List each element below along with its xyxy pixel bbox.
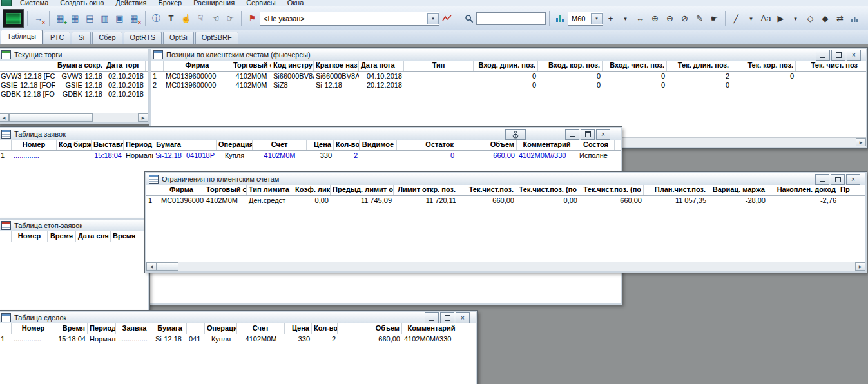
scroll-right-icon[interactable]: ▶	[855, 262, 865, 271]
graph-button[interactable]	[439, 11, 454, 26]
column-header[interactable]: Дата сня	[76, 231, 111, 242]
column-header[interactable]: Торговый с	[231, 61, 271, 71]
minimize-button[interactable]	[565, 129, 579, 140]
search-button[interactable]	[461, 11, 476, 26]
close-button[interactable]: ×	[846, 174, 860, 185]
table-row[interactable]: 1..............15:18:04Нормаль..........…	[0, 334, 476, 343]
column-header[interactable]: Тек.чист.поз. (по	[516, 185, 579, 195]
column-header[interactable]: Фирма	[159, 185, 204, 195]
point-left-button[interactable]: ☜	[208, 11, 223, 26]
chevron-down-icon[interactable]: ▼	[591, 13, 603, 24]
point-right-button[interactable]: ☞	[223, 11, 238, 26]
column-header[interactable]: Видимое	[360, 140, 397, 150]
column-header[interactable]: Дата пога	[359, 61, 404, 71]
table-row[interactable]: GSIE-12.18 [FORGSIE-12.1802.10.2018	[0, 81, 148, 90]
hand-tool-button[interactable]: ☛	[707, 11, 722, 26]
shape-tool-button[interactable]: ◇	[803, 11, 818, 26]
quotes-window-button[interactable]: ▦	[68, 11, 82, 26]
move-tool-button[interactable]: ↔	[633, 11, 648, 26]
window-titlebar[interactable]: Позиции по клиентским счетам (фьючерсы) …	[151, 49, 866, 61]
column-header[interactable]: Дата торг	[104, 61, 146, 71]
minimize-button[interactable]	[816, 50, 830, 61]
column-header[interactable]: Торговый с	[204, 185, 247, 195]
info-button[interactable]: ⓘ	[149, 11, 164, 26]
column-header[interactable]: Кол-во	[334, 140, 360, 150]
column-header[interactable]: Тек. длин. поз.	[667, 61, 731, 71]
timeframe-combobox[interactable]: M60 ▼	[568, 12, 603, 26]
column-header[interactable]	[187, 323, 205, 334]
orders-window-button[interactable]: ▥	[97, 11, 112, 26]
play-options-button[interactable]: ▾	[788, 11, 803, 26]
column-header[interactable]: Период	[124, 140, 153, 150]
column-header[interactable]: Вход. длин. поз.	[474, 61, 538, 71]
column-header[interactable]: Состоя	[577, 140, 615, 150]
minimize-button[interactable]	[425, 312, 439, 323]
chart-window-button[interactable]: ▤	[82, 11, 97, 26]
window-titlebar[interactable]: Текущие торги	[0, 49, 148, 61]
tab-sber[interactable]: Сбер	[92, 32, 122, 44]
column-header[interactable]: Время	[111, 231, 146, 242]
column-header[interactable]: Фирма	[164, 61, 231, 71]
window-titlebar[interactable]: Таблица сделок ×	[0, 312, 476, 324]
horizontal-scrollbar[interactable]: ◀ ▶	[0, 113, 148, 122]
tab-optrts[interactable]: OptRTS	[124, 32, 162, 44]
vote-down-button[interactable]: ☟	[193, 11, 208, 26]
tab-optsbrf[interactable]: OptSBRF	[195, 32, 238, 44]
column-header[interactable]	[146, 185, 159, 195]
column-header[interactable]: План.чист.поз.	[644, 185, 708, 195]
column-header[interactable]	[0, 231, 12, 242]
column-header[interactable]: Кол-во	[312, 323, 338, 334]
column-header[interactable]: Вариац. маржа	[708, 185, 767, 195]
tab-rts[interactable]: РТС	[44, 32, 71, 44]
column-header[interactable]: Операция	[205, 323, 237, 334]
column-header[interactable]: Комментарий	[517, 140, 577, 150]
scrollbar-thumb[interactable]	[157, 262, 178, 271]
vote-up-button[interactable]: ☝	[178, 11, 193, 26]
new-window-button[interactable]: ▦+	[53, 11, 68, 26]
close-button[interactable]: ×	[456, 312, 470, 323]
column-header[interactable]: Счет	[253, 140, 307, 150]
chevron-down-icon[interactable]: ▼	[427, 13, 439, 24]
column-header[interactable]: Бумага сокр.	[55, 61, 104, 71]
column-header[interactable]: Цена	[307, 140, 334, 150]
maximize-button[interactable]	[831, 50, 845, 61]
column-header[interactable]	[184, 140, 217, 150]
zoom-out-button[interactable]: ⊖	[662, 11, 677, 26]
add-options-button[interactable]: ▾	[618, 11, 633, 26]
column-header[interactable]: Код инстру	[271, 61, 314, 71]
column-header[interactable]: Коэф. ликв	[293, 185, 331, 195]
window-titlebar[interactable]: Ограничения по клиентским счетам ×	[146, 173, 865, 186]
column-header[interactable]: Вход. чист. поз.	[603, 61, 667, 71]
text-tool-button[interactable]: T	[164, 11, 178, 26]
table-row[interactable]: GVW3-12.18 [FCGVW3-12.1802.10.2018	[0, 72, 148, 81]
maximize-button[interactable]	[831, 174, 845, 185]
table-row[interactable]: 2MC01396000004102M0MSiZ8Si-12.1820.12.20…	[151, 81, 866, 90]
indicator-button[interactable]	[847, 11, 862, 26]
column-header[interactable]: Счет	[237, 323, 285, 334]
disconnect-button[interactable]: →×	[31, 11, 46, 26]
column-header[interactable]: Пр	[838, 185, 856, 195]
column-header[interactable]: Объем	[338, 323, 402, 334]
horizontal-scrollbar[interactable]: ◀ ▶	[146, 262, 865, 271]
line-options-button[interactable]: ▾	[744, 11, 758, 26]
column-header[interactable]: Тип	[404, 61, 474, 71]
edit-tool-button[interactable]: ✎	[692, 11, 707, 26]
scroll-right-icon[interactable]: ▶	[138, 113, 148, 122]
maximize-button[interactable]	[440, 312, 454, 323]
font-tool-button[interactable]: Aa	[758, 11, 773, 26]
column-header[interactable]: Выставл	[92, 140, 124, 150]
messages-window-button[interactable]: ▣	[112, 11, 127, 26]
column-header[interactable]: Тип лимита	[247, 185, 293, 195]
column-header[interactable]: Бумага	[153, 323, 187, 334]
column-header[interactable]	[0, 140, 12, 150]
marker-tool-button[interactable]: ◆	[818, 11, 833, 26]
search-input[interactable]	[476, 12, 546, 25]
column-header[interactable]: Операция	[217, 140, 253, 150]
table-row[interactable]: 1MC01396000004102M0MSi66000BV8ASi66000BV…	[151, 72, 866, 81]
column-header[interactable]: Номер	[12, 231, 48, 242]
close-button[interactable]: ×	[847, 50, 861, 61]
column-header[interactable]: Время	[55, 323, 88, 334]
column-header[interactable]: Вход. кор. поз.	[538, 61, 603, 71]
column-header[interactable]: Тек.чист.поз. (по	[579, 185, 644, 195]
table-row[interactable]: 1.............15:18:04НормальSi-12.18041…	[0, 151, 621, 160]
